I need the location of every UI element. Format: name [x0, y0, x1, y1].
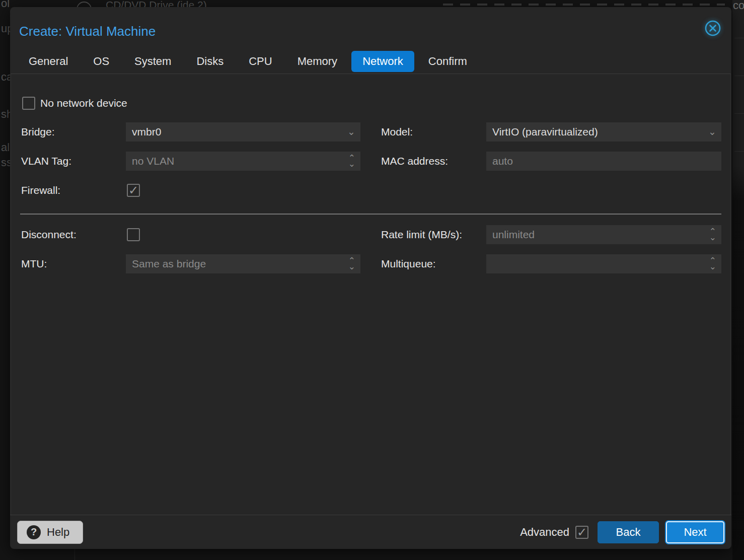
mtu-label: MTU:	[21, 254, 47, 273]
chevron-down-icon[interactable]: ⌄	[347, 122, 355, 142]
disconnect-checkbox[interactable]	[127, 228, 140, 241]
no-network-device-checkbox[interactable]	[22, 97, 35, 110]
spinner-up-down-icon[interactable]: ⌃⌄	[709, 254, 716, 273]
bridge-value: vmbr0	[132, 126, 161, 138]
help-button[interactable]: ? Help	[17, 521, 83, 544]
mtu-placeholder: Same as bridge	[132, 258, 206, 270]
rate-limit-label: Rate limit (MB/s):	[381, 225, 462, 244]
model-label: Model:	[381, 122, 413, 142]
bg-row-divider	[734, 76, 744, 76]
advanced-checkbox[interactable]: ✓	[575, 526, 588, 539]
tab-system[interactable]: System	[134, 55, 171, 68]
rate-limit-spinner[interactable]: unlimited ⌃⌄	[486, 225, 721, 244]
tab-confirm[interactable]: Confirm	[428, 55, 467, 68]
question-mark-icon: ?	[27, 525, 41, 539]
bridge-label: Bridge:	[21, 122, 55, 142]
close-button[interactable]	[702, 18, 723, 39]
dialog-title: Create: Virtual Machine	[19, 24, 156, 39]
rate-limit-placeholder: unlimited	[492, 229, 535, 241]
bg-table-row-dimmed-text	[443, 4, 725, 6]
bg-right-fragment: co	[733, 0, 744, 12]
disconnect-label: Disconnect:	[21, 225, 77, 244]
advanced-section-divider	[20, 214, 721, 215]
model-value: VirtIO (paravirtualized)	[492, 126, 598, 138]
multiqueue-spinner[interactable]: ⌃⌄	[486, 254, 721, 273]
model-combobox[interactable]: VirtIO (paravirtualized) ⌄	[486, 122, 721, 142]
spinner-up-down-icon[interactable]: ⌃⌄	[348, 254, 355, 273]
vlan-tag-label: VLAN Tag:	[21, 152, 71, 171]
no-network-device-label: No network device	[40, 94, 127, 113]
create-vm-dialog: Create: Virtual Machine General OS Syste…	[10, 7, 731, 549]
mac-address-label: MAC address:	[381, 152, 448, 171]
tab-disks[interactable]: Disks	[196, 55, 224, 68]
bg-row-divider	[734, 38, 744, 38]
tab-memory[interactable]: Memory	[297, 55, 337, 68]
chevron-down-icon[interactable]: ⌄	[708, 122, 716, 142]
tab-network[interactable]: Network	[351, 51, 414, 72]
mtu-spinner[interactable]: Same as bridge ⌃⌄	[126, 254, 360, 273]
next-button[interactable]: Next	[666, 521, 724, 543]
bg-sidebar-fragment: ol	[1, 0, 10, 10]
firewall-label: Firewall:	[21, 181, 60, 200]
bg-row-divider	[734, 151, 744, 152]
tab-general[interactable]: General	[29, 55, 68, 68]
mac-address-input[interactable]: auto	[486, 152, 721, 171]
spinner-up-down-icon[interactable]: ⌃⌄	[709, 225, 716, 244]
bridge-combobox[interactable]: vmbr0 ⌄	[126, 122, 360, 142]
tab-os[interactable]: OS	[93, 55, 109, 68]
bg-row-divider	[734, 113, 744, 114]
close-icon	[704, 20, 721, 37]
tab-cpu[interactable]: CPU	[249, 55, 272, 68]
advanced-label: Advanced	[520, 526, 569, 539]
firewall-checkbox[interactable]: ✓	[127, 184, 140, 197]
wizard-tab-bar: General OS System Disks CPU Memory Netwo…	[10, 49, 731, 73]
bg-right-panel	[732, 0, 744, 560]
vlan-tag-spinner[interactable]: no VLAN ⌃⌄	[126, 152, 360, 171]
vlan-tag-placeholder: no VLAN	[132, 155, 174, 167]
mac-address-placeholder: auto	[492, 155, 513, 167]
bg-sidebar-divider	[75, 549, 75, 560]
back-button[interactable]: Back	[598, 521, 659, 543]
multiqueue-label: Multiqueue:	[381, 254, 436, 273]
spinner-up-down-icon[interactable]: ⌃⌄	[348, 152, 355, 171]
dialog-footer: ? Help Advanced ✓ Back Next	[10, 515, 731, 549]
help-button-label: Help	[47, 526, 69, 539]
advanced-toggle-group: Advanced ✓	[520, 526, 588, 539]
